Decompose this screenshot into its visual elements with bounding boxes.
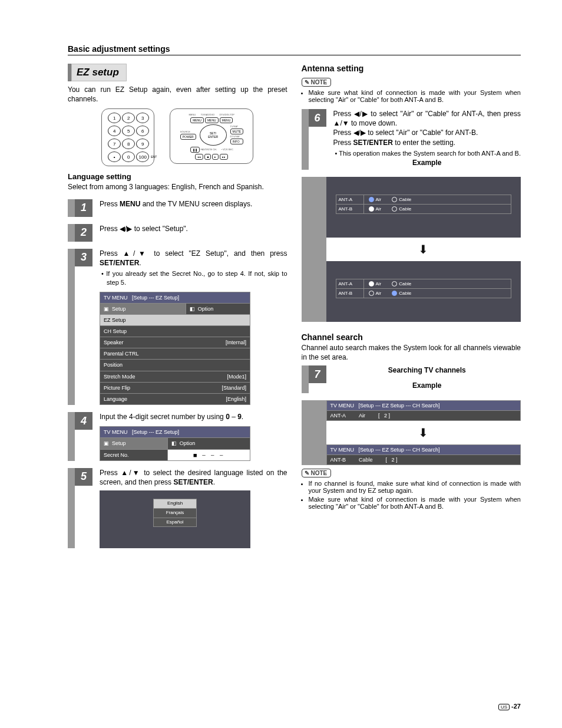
- step-4: 4 Input the 4-digit secret number by usi…: [68, 412, 287, 461]
- radio-off-icon: [392, 197, 397, 202]
- tv-menu-table-step3: TV MENU [Setup --- EZ Setup] ▣ Setup◧ Op…: [100, 292, 250, 405]
- example-label: Example: [333, 158, 521, 167]
- section-title: Basic adjustment settings: [68, 44, 521, 55]
- ant-b-row: ANT-B AirCable: [336, 204, 512, 214]
- key-1: 1: [108, 113, 121, 123]
- key-5: 5: [122, 126, 135, 136]
- key-8: 8: [122, 139, 135, 149]
- lang-espanol: Español: [153, 518, 197, 528]
- step-1: 1 Press MENU and the TV MENU screen disp…: [68, 199, 287, 217]
- note-badge-2: NOTE: [302, 469, 332, 477]
- step-body: Press MENU and the TV MENU screen displa…: [100, 199, 287, 209]
- searching-tv-heading: Searching TV channels: [333, 365, 521, 375]
- dpad-diagram: MENU TV/SAT/DVD DTV/DIG.TOP MENUMENUMENU…: [170, 108, 253, 164]
- key-100: 100ENT: [136, 151, 149, 162]
- search-bar-ant-a: TV MENU [Setup --- EZ Setup --- CH Searc…: [326, 400, 521, 421]
- keypad-diagram: 1 2 3 4 5 6 7 8 9 • 0 100ENT: [101, 108, 154, 166]
- key-ent-label: ENT: [151, 155, 157, 159]
- region-badge: US: [498, 704, 510, 710]
- key-4: 4: [108, 126, 121, 136]
- step-number: 1: [75, 199, 92, 217]
- lang-francais: Français: [153, 508, 197, 518]
- ez-setup-intro: You can run EZ Setup again, even after s…: [68, 85, 287, 104]
- two-columns: EZ setup You can run EZ Setup again, eve…: [68, 64, 521, 548]
- step-2: 2 Press ◀/▶ to select "Setup".: [68, 224, 287, 242]
- page-number: US -27: [498, 703, 521, 710]
- language-setting-para: Select from among 3 languages: English, …: [68, 182, 287, 192]
- right-column: Antenna setting NOTE Make sure what kind…: [302, 64, 521, 548]
- antenna-example-block: ANT-A AirCable ANT-B AirCable ⬇ ANT-A Ai…: [302, 177, 521, 322]
- step-3: 3 Press ▲/▼ to select "EZ Setup", and th…: [68, 249, 287, 405]
- antenna-heading: Antenna setting: [302, 64, 521, 73]
- antenna-panel-top: ANT-A AirCable ANT-B AirCable: [326, 177, 521, 238]
- pause-icon: ❚❚: [190, 147, 200, 153]
- step-tail: [68, 199, 75, 217]
- language-setting-heading: Language setting: [68, 172, 287, 181]
- search-bar-ant-b: TV MENU [Setup --- EZ Setup --- CH Searc…: [326, 444, 521, 465]
- channel-search-intro: Channel auto search makes the System loo…: [302, 343, 521, 362]
- step-7: 7 Searching TV channels Example: [302, 365, 521, 393]
- channel-example-block: TV MENU [Setup --- EZ Setup --- CH Searc…: [302, 400, 521, 465]
- key-2: 2: [122, 113, 135, 123]
- ez-setup-title: EZ setup: [71, 64, 127, 81]
- key-9: 9: [136, 139, 149, 149]
- ant-a-row: ANT-A AirCable: [336, 195, 512, 205]
- lang-english: English: [153, 499, 197, 509]
- page: Basic adjustment settings EZ setup You c…: [0, 0, 562, 728]
- step-6: 6 Press ◀/▶ to select "Air" or "Cable" f…: [302, 109, 521, 170]
- down-arrow-icon: ⬇: [326, 242, 521, 256]
- key-6: 6: [136, 126, 149, 136]
- key-dot: •: [108, 151, 121, 162]
- dpad-center: SET/ ENTER: [200, 124, 227, 146]
- note-badge: NOTE: [302, 78, 332, 87]
- step-5: 5 Press ▲/▼ to select the desired langua…: [68, 468, 287, 549]
- ez-setup-heading: EZ setup: [68, 64, 287, 81]
- channel-notes: If no channel is found, make sure what k…: [302, 480, 521, 510]
- down-arrow-icon: ⬇: [326, 426, 521, 440]
- radio-on-icon: [369, 197, 374, 202]
- tv-menu-table-step4: TV MENU [Setup --- EZ Setup] ▣ Setup◧ Op…: [100, 426, 250, 460]
- remote-illustration: 1 2 3 4 5 6 7 8 9 • 0 100ENT MENU TV/SAT…: [68, 108, 287, 166]
- left-column: EZ setup You can run EZ Setup again, eve…: [68, 64, 287, 548]
- antenna-note: Make sure what kind of connection is mad…: [302, 89, 521, 103]
- key-3: 3: [136, 113, 149, 123]
- channel-search-heading: Channel search: [302, 332, 521, 342]
- language-panel: English Français Español: [100, 490, 250, 548]
- antenna-panel-bottom: ANT-A AirCable ANT-B AirCable: [326, 261, 521, 322]
- key-7: 7: [108, 139, 121, 149]
- key-0: 0: [122, 151, 135, 162]
